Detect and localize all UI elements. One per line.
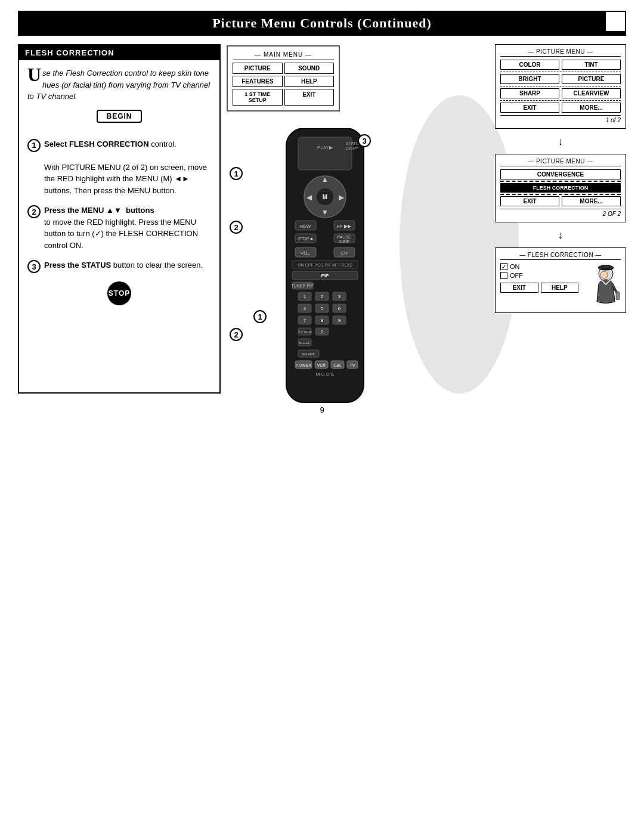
pm1-exit: EXIT <box>500 103 559 113</box>
main-menu-picture: PICTURE <box>233 63 283 74</box>
flesh-options: ✓ ON OFF EXIT HELP <box>500 263 578 294</box>
svg-text:PLAY▶: PLAY▶ <box>317 145 333 150</box>
stop-label: STOP <box>109 289 130 298</box>
pm1-tint: TINT <box>562 60 621 70</box>
page-header: Picture Menu Controls (Continued) <box>18 11 626 36</box>
svg-text:CBL: CBL <box>333 363 342 367</box>
pm2-more: MORE... <box>562 196 621 206</box>
pm1-picture: PICTURE <box>562 74 621 84</box>
diagram-label-1b: 1 <box>253 310 267 323</box>
gray-arc <box>400 95 519 394</box>
main-menu-exit: EXIT <box>284 89 335 106</box>
intro-body: se the Flesh Correction control to keep … <box>27 69 210 101</box>
picture-menu-1-row1: COLOR TINT <box>500 60 621 70</box>
svg-text:TUNER PIP: TUNER PIP <box>291 284 314 288</box>
flesh-exit: EXIT <box>500 283 538 293</box>
pm2-convergence: CONVERGENCE <box>500 169 621 179</box>
step-1-number: 1 <box>27 139 41 152</box>
pm1-more: MORE... <box>562 103 621 113</box>
svg-text:◀: ◀ <box>306 193 312 202</box>
svg-text:PIP: PIP <box>321 273 330 278</box>
svg-text:▶: ▶ <box>339 193 345 202</box>
step-2: 2 Press the MENU ▲▼ buttons to move the … <box>27 205 211 251</box>
flesh-bottom-btns: EXIT HELP <box>500 283 578 293</box>
svg-text:STOP ■: STOP ■ <box>298 237 313 241</box>
picture-menu-1: — PICTURE MENU — COLOR TINT BRIGHT PICTU… <box>495 44 626 129</box>
main-menu-title: — MAIN MENU — <box>233 51 334 60</box>
svg-text:3: 3 <box>338 294 341 299</box>
stop-circle: STOP <box>107 281 131 305</box>
pm1-page: 1 of 2 <box>500 115 621 123</box>
left-panel: FLESH CORRECTION U se the Flesh Correcti… <box>18 44 221 394</box>
svg-text:CH: CH <box>340 250 348 256</box>
pm2-flesh-correction: FLESH CORRECTION <box>500 183 621 193</box>
svg-text:SN ART: SN ART <box>302 352 315 356</box>
svg-text:TV: TV <box>350 363 355 367</box>
svg-text:5: 5 <box>321 306 324 311</box>
svg-text:M  O  D  E: M O D E <box>316 371 335 377</box>
picture-menu-1-row2: BRIGHT PICTURE <box>500 74 621 84</box>
svg-rect-1 <box>298 137 352 170</box>
svg-text:▲: ▲ <box>321 175 329 184</box>
step-3: 3 Press the STATUS button to clear the s… <box>27 259 211 273</box>
step-2-number: 2 <box>27 205 41 218</box>
svg-text:4: 4 <box>304 306 306 311</box>
diagram-label-2b: 2 <box>230 328 243 341</box>
svg-text:LIGHT: LIGHT <box>346 147 358 151</box>
pm2-page: 2 OF 2 <box>500 209 621 217</box>
step-2-content: Press the MENU ▲▼ buttons to move the RE… <box>44 205 211 251</box>
picture-menu-2-title: — PICTURE MENU — <box>500 158 621 166</box>
svg-text:VCR: VCR <box>317 363 326 367</box>
svg-text:PAUSE: PAUSE <box>337 235 351 239</box>
begin-button: BEGIN <box>97 110 141 123</box>
pm1-sharp: SHARP <box>500 88 559 98</box>
svg-text:▼: ▼ <box>321 208 329 216</box>
picture-menu-2: — PICTURE MENU — CONVERGENCE FLESH CORRE… <box>495 154 626 222</box>
svg-text:SLEEP: SLEEP <box>299 341 310 345</box>
main-menu-help: HELP <box>284 76 335 87</box>
header-box <box>605 11 626 32</box>
step-1-content: Select FLESH CORRECTION control. With PI… <box>44 138 211 197</box>
main-menu-grid: PICTURE SOUND FEATURES HELP 1 ST TIME SE… <box>233 63 334 106</box>
left-panel-title: FLESH CORRECTION <box>19 45 219 60</box>
svg-text:FF ▶▶: FF ▶▶ <box>337 224 352 229</box>
main-menu-features: FEATURES <box>233 76 283 87</box>
off-label: OFF <box>510 272 523 279</box>
drop-cap: U <box>27 67 41 83</box>
step-1: 1 Select FLESH CORRECTION control. With … <box>27 138 211 197</box>
svg-text:1: 1 <box>304 294 306 299</box>
svg-text:POWER: POWER <box>296 363 311 367</box>
main-menu-setup: 1 ST TIME SETUP <box>233 89 283 106</box>
page-title: Picture Menu Controls (Continued) <box>212 16 432 31</box>
pm1-color: COLOR <box>500 60 559 70</box>
step-3-content: Press the STATUS button to clear the scr… <box>44 259 203 271</box>
svg-text:7: 7 <box>304 318 306 323</box>
step-1-bold: Select FLESH CORRECTION <box>44 140 149 148</box>
flesh-correction-screen: — FLESH CORRECTION — ✓ ON OFF EXIT HELP <box>495 247 626 313</box>
svg-text:JUMP: JUMP <box>338 240 349 244</box>
off-checkbox <box>500 272 507 279</box>
pm2-row3: EXIT MORE... <box>500 196 621 206</box>
main-menu-screen: — MAIN MENU — PICTURE SOUND FEATURES HEL… <box>227 45 340 112</box>
svg-rect-70 <box>616 292 620 300</box>
svg-rect-68 <box>602 265 609 269</box>
pm2-row2: FLESH CORRECTION <box>500 183 621 193</box>
svg-text:9: 9 <box>338 318 341 323</box>
pm1-clearview: CLEARVIEW <box>562 88 621 98</box>
svg-text:2: 2 <box>321 294 324 299</box>
on-checkbox: ✓ <box>500 263 507 270</box>
svg-text:8: 8 <box>321 318 324 323</box>
flesh-off-option: OFF <box>500 272 578 279</box>
diagram-label-3: 3 <box>358 134 371 147</box>
flesh-on-option: ✓ ON <box>500 263 578 270</box>
stop-button-area: STOP <box>27 281 211 305</box>
diagram-label-1: 1 <box>230 167 243 180</box>
svg-text:M: M <box>323 194 327 200</box>
flesh-screen-title: — FLESH CORRECTION — <box>500 252 621 260</box>
diagram-label-2a: 2 <box>230 221 243 234</box>
main-content: FLESH CORRECTION U se the Flesh Correcti… <box>18 36 626 394</box>
intro-text: U se the Flesh Correction control to kee… <box>27 67 211 103</box>
left-panel-body: U se the Flesh Correction control to kee… <box>19 60 219 311</box>
on-label: ON <box>510 263 520 270</box>
right-panel: — PICTURE MENU — COLOR TINT BRIGHT PICTU… <box>495 44 626 394</box>
